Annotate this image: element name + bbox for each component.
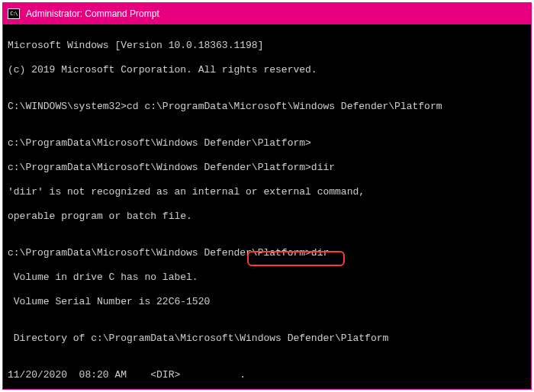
dir-entry: 11/20/2020 08:20 AM <DIR> .	[8, 369, 526, 381]
output-line: Volume Serial Number is 22C6-1520	[8, 296, 526, 308]
output-line: (c) 2019 Microsoft Corporation. All righ…	[8, 64, 526, 76]
prompt-line: c:\ProgramData\Microsoft\Windows Defende…	[8, 162, 526, 174]
output-line: Directory of c:\ProgramData\Microsoft\Wi…	[8, 333, 526, 345]
prompt-line: c:\ProgramData\Microsoft\Windows Defende…	[8, 247, 526, 259]
prompt-line: C:\WINDOWS\system32>cd c:\ProgramData\Mi…	[8, 101, 526, 113]
output-line: Microsoft Windows [Version 10.0.18363.11…	[8, 40, 526, 52]
window-title: Administrator: Command Prompt	[26, 8, 159, 19]
prompt-line: c:\ProgramData\Microsoft\Windows Defende…	[8, 137, 526, 149]
terminal-output[interactable]: Microsoft Windows [Version 10.0.18363.11…	[3, 24, 531, 389]
output-line: 'diir' is not recognized as an internal …	[8, 186, 526, 198]
app-icon: C:\	[8, 8, 20, 19]
command-prompt-window: C:\ Administrator: Command Prompt Micros…	[2, 2, 532, 390]
titlebar[interactable]: C:\ Administrator: Command Prompt	[3, 3, 531, 24]
output-line: Volume in drive C has no label.	[8, 272, 526, 284]
output-line: operable program or batch file.	[8, 210, 526, 223]
